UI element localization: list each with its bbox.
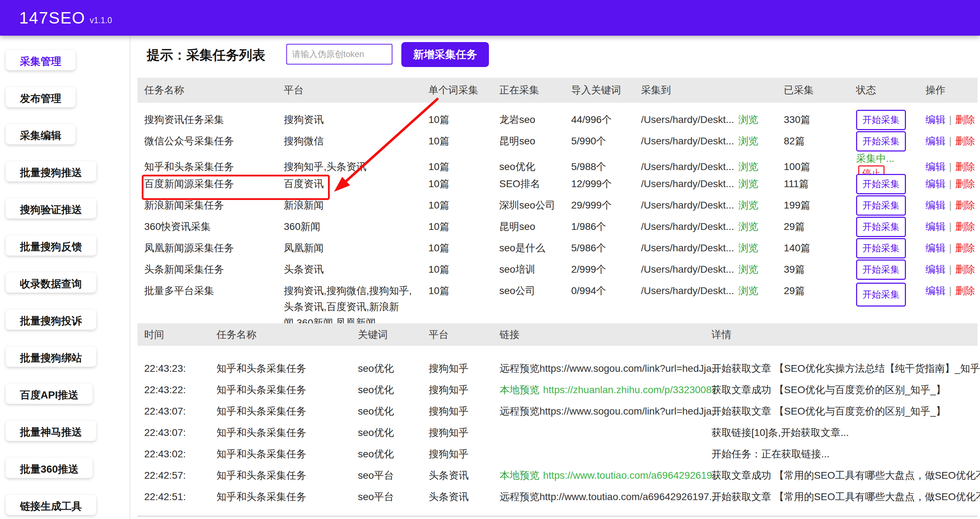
sidebar-item-batch-sogou-push[interactable]: 批量搜狗推送 bbox=[6, 161, 96, 181]
browse-link[interactable]: 浏览 bbox=[738, 264, 758, 275]
preview-link-url: https://zhuanlan.zhihu.com/p/33230087 bbox=[543, 384, 717, 395]
save-path-cell: /Users/hardy/Deskt...浏览 bbox=[634, 160, 777, 174]
sidebar-item-collect-editor[interactable]: 采集编辑 bbox=[6, 124, 75, 144]
current-keyword-cell: 龙岩seo bbox=[493, 113, 565, 126]
edit-link[interactable]: 编辑 bbox=[926, 285, 945, 296]
log-link-cell: 远程预览https://www.sogou.com/link?url=hedJj… bbox=[493, 405, 705, 418]
action-separator: | bbox=[949, 136, 951, 147]
log-time-cell: 22:42:57: bbox=[137, 470, 210, 481]
column-header: 正在采集 bbox=[493, 83, 565, 97]
edit-link[interactable]: 编辑 bbox=[926, 200, 945, 211]
preview-link[interactable]: 本地预览https://zhuanlan.zhihu.com/p/3323008… bbox=[500, 384, 717, 395]
preview-link-label: 远程预览 bbox=[500, 491, 539, 502]
browse-link[interactable]: 浏览 bbox=[738, 178, 758, 189]
preview-link[interactable]: 远程预览https://www.sogou.com/link?url=hedJj… bbox=[500, 406, 720, 417]
action-separator: | bbox=[949, 285, 951, 296]
status-cell: 开始采集 bbox=[849, 110, 919, 130]
sidebar-item-batch-sogou-feedback[interactable]: 批量搜狗反馈 bbox=[6, 235, 96, 256]
browse-link[interactable]: 浏览 bbox=[738, 243, 758, 254]
sidebar-item-batch-360-push[interactable]: 批量360推送 bbox=[6, 458, 92, 478]
start-collect-button[interactable]: 开始采集 bbox=[856, 217, 906, 237]
imported-keywords-cell: 44/996个 bbox=[565, 113, 634, 126]
preview-link[interactable]: 本地预览https://www.toutiao.com/a6964292619.… bbox=[500, 470, 721, 481]
sidebar-item-batch-sogou-bind-site[interactable]: 批量搜狗绑站 bbox=[6, 347, 96, 367]
log-detail-cell: 开始获取文章 【SEO优化与百度竞价的区别_知乎_】 bbox=[705, 405, 977, 418]
delete-link[interactable]: 删除 bbox=[955, 264, 975, 275]
delete-link[interactable]: 删除 bbox=[955, 136, 975, 147]
log-task-cell: 知乎和头条采集任务 bbox=[210, 447, 351, 461]
platform-cell: 头条资讯 bbox=[277, 263, 422, 276]
collected-cell: 29篇 bbox=[777, 280, 849, 299]
sidebar-item-sogou-verify-push[interactable]: 搜狗验证推送 bbox=[6, 198, 96, 219]
task-name-cell: 知乎和头条采集任务 bbox=[137, 160, 277, 174]
sidebar-item-publish-management[interactable]: 发布管理 bbox=[6, 87, 75, 107]
current-keyword-cell: 昆明seo bbox=[493, 220, 565, 233]
sidebar-item-batch-sogou-complaint[interactable]: 批量搜狗投诉 bbox=[6, 310, 96, 330]
platform-cell: 百度资讯 bbox=[277, 177, 422, 191]
edit-link[interactable]: 编辑 bbox=[926, 243, 945, 254]
token-input[interactable] bbox=[286, 44, 393, 64]
start-collect-button[interactable]: 开始采集 bbox=[856, 238, 906, 259]
start-collect-button[interactable]: 开始采集 bbox=[856, 131, 906, 152]
current-keyword-cell: seo是什么 bbox=[493, 241, 565, 255]
start-collect-button[interactable]: 开始采集 bbox=[856, 195, 906, 216]
task-name-cell: 头条新闻采集任务 bbox=[137, 263, 277, 276]
sidebar-item-baidu-api-push[interactable]: 百度API推送 bbox=[6, 383, 92, 404]
preview-link[interactable]: 远程预览http://www.toutiao.com/a69642926197.… bbox=[500, 491, 718, 502]
start-collect-button[interactable]: 开始采集 bbox=[856, 174, 906, 194]
browse-link[interactable]: 浏览 bbox=[738, 161, 758, 172]
delete-link[interactable]: 删除 bbox=[955, 243, 975, 254]
log-task-cell: 知乎和头条采集任务 bbox=[210, 469, 351, 482]
edit-link[interactable]: 编辑 bbox=[926, 114, 945, 125]
current-keyword-cell: seo公司 bbox=[493, 280, 565, 299]
delete-link[interactable]: 删除 bbox=[955, 178, 975, 189]
sidebar-item-index-data-query[interactable]: 收录数据查询 bbox=[6, 272, 96, 293]
browse-link[interactable]: 浏览 bbox=[738, 114, 758, 125]
edit-link[interactable]: 编辑 bbox=[926, 161, 945, 172]
action-separator: | bbox=[949, 200, 951, 211]
browse-link[interactable]: 浏览 bbox=[738, 136, 758, 147]
delete-link[interactable]: 删除 bbox=[955, 200, 975, 211]
actions-cell: 编辑|删除 bbox=[919, 177, 977, 191]
log-platform-cell: 搜狗知乎 bbox=[422, 362, 493, 375]
log-keyword-cell: seo优化 bbox=[351, 362, 422, 375]
preview-link-url: https://www.toutiao.com/a6964292619... bbox=[543, 470, 721, 481]
log-keyword-cell: seo优化 bbox=[351, 405, 422, 418]
log-task-cell: 知乎和头条采集任务 bbox=[210, 362, 351, 375]
add-task-button[interactable]: 新增采集任务 bbox=[401, 42, 489, 67]
delete-link[interactable]: 删除 bbox=[955, 114, 975, 125]
edit-link[interactable]: 编辑 bbox=[926, 264, 945, 275]
current-keyword-cell: 昆明seo bbox=[493, 134, 565, 148]
task-name-cell: 微信公众号采集任务 bbox=[137, 134, 277, 148]
log-detail-cell: 开始获取文章 【SEO优化实操方法总结【纯干货指南】_知乎_】 bbox=[705, 362, 977, 375]
imported-keywords-cell: 1/986个 bbox=[565, 220, 634, 233]
collected-cell: 199篇 bbox=[777, 198, 849, 212]
version-label: v1.1.0 bbox=[90, 16, 112, 25]
browse-link[interactable]: 浏览 bbox=[738, 285, 758, 296]
sidebar-item-batch-shenma-push[interactable]: 批量神马推送 bbox=[6, 421, 96, 441]
browse-link[interactable]: 浏览 bbox=[738, 200, 758, 211]
start-collect-button[interactable]: 开始采集 bbox=[856, 283, 906, 307]
imported-keywords-cell: 5/986个 bbox=[565, 241, 634, 255]
log-row: 22:42:51:知乎和头条采集任务seo平台头条资讯远程预览http://ww… bbox=[137, 486, 977, 508]
start-collect-button[interactable]: 开始采集 bbox=[856, 260, 906, 280]
table-row: 凤凰新闻源采集任务凤凰新闻10篇seo是什么5/986个/Users/hardy… bbox=[137, 237, 977, 259]
preview-link[interactable]: 远程预览https://www.sogou.com/link?url=hedJj… bbox=[500, 363, 720, 374]
logs-table-body: 22:43:23:知乎和头条采集任务seo优化搜狗知乎远程预览https://w… bbox=[137, 346, 977, 508]
sidebar-item-collect-management[interactable]: 采集管理 bbox=[6, 50, 75, 70]
edit-link[interactable]: 编辑 bbox=[926, 221, 945, 232]
table-row: 头条新闻采集任务头条资讯10篇seo培训2/999个/Users/hardy/D… bbox=[137, 259, 977, 280]
delete-link[interactable]: 删除 bbox=[955, 161, 975, 172]
start-collect-button[interactable]: 开始采集 bbox=[856, 110, 906, 130]
per-word-cell: 10篇 bbox=[422, 198, 493, 212]
edit-link[interactable]: 编辑 bbox=[926, 178, 945, 189]
preview-link-label: 本地预览 bbox=[500, 470, 539, 481]
edit-link[interactable]: 编辑 bbox=[926, 136, 945, 147]
platform-cell: 搜狗微信 bbox=[277, 134, 422, 148]
delete-link[interactable]: 删除 bbox=[955, 221, 975, 232]
sidebar-item-link-generator[interactable]: 链接生成工具 bbox=[6, 495, 96, 515]
delete-link[interactable]: 删除 bbox=[955, 285, 975, 296]
log-keyword-cell: seo优化 bbox=[351, 383, 422, 397]
browse-link[interactable]: 浏览 bbox=[738, 221, 758, 232]
log-time-cell: 22:43:02: bbox=[137, 449, 210, 460]
